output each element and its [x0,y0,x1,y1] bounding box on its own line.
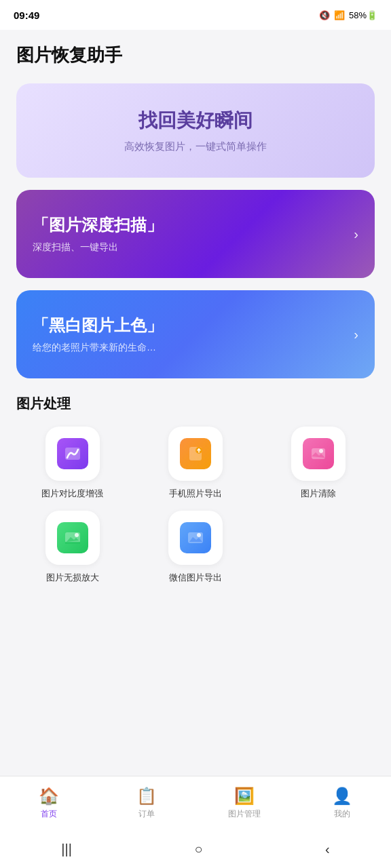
colorize-subtitle: 给您的老照片带来新的生命… [33,342,358,354]
svg-point-5 [319,449,323,453]
home-btn[interactable]: ○ [194,842,202,857]
tools-grid-row2: 图片无损放大 微信图片导出 [16,511,375,584]
tool-export-phone-label: 手机照片导出 [169,488,222,500]
tool-contrast[interactable]: 图片对比度增强 [16,427,128,500]
tool-export-phone[interactable]: 手机照片导出 [139,427,251,500]
nav-home[interactable]: 🏠 首页 [29,787,69,820]
deep-scan-card[interactable]: 「图片深度扫描」 深度扫描、一键导出 › [16,190,375,278]
tool-wechat-icon [180,522,211,553]
hero-title: 找回美好瞬间 [37,108,354,134]
tool-wechat-label: 微信图片导出 [169,572,222,584]
deep-scan-title: 「图片深度扫描」 [33,214,358,236]
nav-profile[interactable]: 👤 我的 [322,787,362,820]
tool-wechat-icon-wrap [168,511,223,565]
tool-export-phone-icon [180,438,211,469]
home-icon: 🏠 [39,787,59,806]
tool-clean-icon-wrap [291,427,346,481]
profile-icon: 👤 [332,787,352,806]
back-btn[interactable]: ‹ [325,842,330,857]
colorize-title: 「黑白图片上色」 [33,315,358,336]
battery-text: 58%🔋 [349,10,377,20]
recent-apps-btn[interactable]: ||| [61,842,72,857]
tool-contrast-icon [57,438,88,469]
tool-enlarge-icon-wrap [45,511,100,565]
order-icon: 📋 [136,787,157,806]
svg-point-10 [197,533,201,537]
system-nav: ||| ○ ‹ [0,830,391,868]
tool-enlarge-icon [57,522,88,553]
tool-contrast-icon-wrap [45,427,100,481]
tool-clean[interactable]: 图片清除 [263,427,375,500]
nav-profile-label: 我的 [334,808,350,820]
nav-order-label: 订单 [138,808,155,820]
hero-banner[interactable]: 找回美好瞬间 高效恢复图片，一键式简单操作 [16,83,375,178]
nav-manage-label: 图片管理 [228,808,261,820]
status-bar: 09:49 🔇 📶 58%🔋 [0,0,391,30]
section-title: 图片处理 [16,395,375,413]
status-time: 09:49 [14,9,39,21]
page-title: 图片恢复助手 [16,43,375,67]
tool-enlarge-label: 图片无损放大 [46,572,99,584]
tool-contrast-label: 图片对比度增强 [41,488,103,500]
main-content: 图片恢复助手 找回美好瞬间 高效恢复图片，一键式简单操作 「图片深度扫描」 深度… [0,30,391,776]
manage-icon: 🖼️ [234,787,255,806]
colorize-arrow: › [354,327,358,342]
tool-clean-icon [303,438,334,469]
tool-export-phone-icon-wrap [168,427,223,481]
tool-clean-label: 图片清除 [301,488,336,500]
tool-wechat-export[interactable]: 微信图片导出 [139,511,251,584]
mute-icon: 🔇 [319,10,330,20]
svg-point-7 [75,533,79,537]
nav-manage[interactable]: 🖼️ 图片管理 [224,787,265,820]
tool-enlarge[interactable]: 图片无损放大 [16,511,128,584]
status-icons: 🔇 📶 58%🔋 [319,10,377,20]
tool-placeholder [263,511,375,584]
bottom-nav: 🏠 首页 📋 订单 🖼️ 图片管理 👤 我的 [0,776,391,830]
colorize-card[interactable]: 「黑白图片上色」 给您的老照片带来新的生命… › [16,290,375,378]
signal-icon: 📶 [334,10,345,20]
nav-order[interactable]: 📋 订单 [126,787,167,820]
nav-home-label: 首页 [41,808,57,820]
deep-scan-arrow: › [354,226,358,242]
deep-scan-subtitle: 深度扫描、一键导出 [33,241,358,254]
tools-grid-row1: 图片对比度增强 手机照片导出 [16,427,375,500]
hero-subtitle: 高效恢复图片，一键式简单操作 [37,140,354,153]
svg-rect-8 [65,542,80,544]
